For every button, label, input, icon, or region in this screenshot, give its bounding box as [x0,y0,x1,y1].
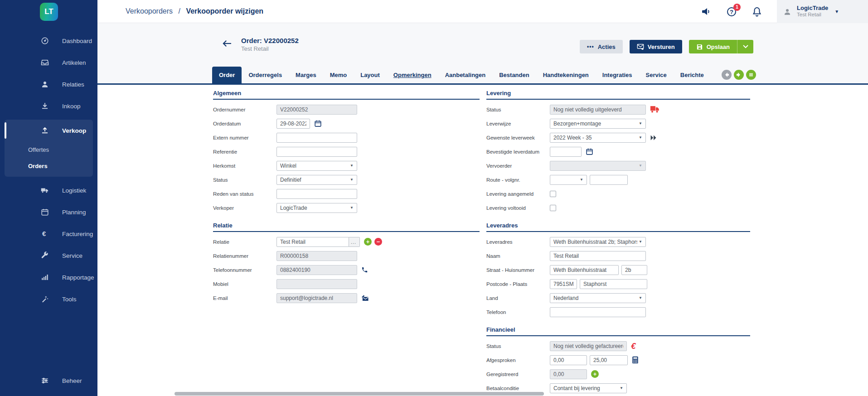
sidebar-item-verkoop[interactable]: Verkoop [5,120,93,141]
referentie-input[interactable] [276,147,357,157]
field-label: Herkomst [213,163,276,169]
reden-van-status-input[interactable] [276,189,357,199]
help-icon[interactable]: ? 1 [726,6,737,17]
orderdatum-input[interactable] [276,119,310,129]
tab-marges[interactable]: Marges [289,67,323,83]
volgnr-input[interactable] [590,175,628,185]
chevron-down-icon: ▼ [580,178,583,182]
field-row-herkomst: Herkomst Winkel▼ [213,159,480,173]
sidebar-item-label: Verkoop [62,127,86,134]
sidebar-item-artikelen[interactable]: Artikelen [0,52,97,73]
tab-handtekeningen[interactable]: Handtekeningen [536,67,596,83]
verkoper-select[interactable]: LogicTrade▼ [276,203,357,213]
megaphone-icon[interactable] [701,6,712,17]
herkomst-select[interactable]: Winkel▼ [276,161,357,171]
sidebar-subitem-orders[interactable]: Orders [5,158,93,174]
sidebar-item-dashboard[interactable]: Dashboard [0,30,97,52]
section-title: Relatie [213,222,480,232]
calculator-icon[interactable] [632,356,639,364]
user-name: LogicTrade [797,5,828,12]
route-select[interactable]: ▼ [550,175,587,185]
logo-wrap: LT [0,0,97,24]
chevron-down-icon [743,45,748,48]
tabs-scroll-left-button[interactable] [722,70,732,80]
tab-berichten[interactable]: Berichte [674,67,711,83]
calendar-icon[interactable] [314,120,322,127]
financieel-status-input [550,341,627,351]
opslaan-dropdown-button[interactable] [737,40,753,53]
tab-aanbetalingen[interactable]: Aanbetalingen [438,67,493,83]
acties-button[interactable]: ••• Acties [580,40,623,53]
gewenste-leverweek-select[interactable]: 2022 Week - 35▼ [550,133,646,143]
bevestigde-leverdatum-input[interactable] [550,147,582,157]
back-arrow-icon[interactable] [222,39,232,48]
sidebar-item-service[interactable]: Service [0,245,97,266]
tab-layout[interactable]: Layout [354,67,387,83]
tab-order[interactable]: Order [212,67,242,83]
add-betaling-button[interactable]: + [591,370,599,378]
naam-input[interactable] [550,251,646,261]
extern-nummer-input[interactable] [276,133,357,143]
field-label: Levering voltooid [486,205,550,211]
tab-memo[interactable]: Memo [323,67,354,83]
user-menu[interactable]: LogicTrade Test Retail ▼ [777,0,868,23]
app-logo[interactable]: LT [40,3,58,21]
remove-relatie-button[interactable]: − [374,238,382,246]
tab-service[interactable]: Service [639,67,674,83]
huisnummer-input[interactable] [621,265,647,275]
levering-aangemeld-checkbox[interactable] [550,191,556,197]
tab-orderregels[interactable]: Orderregels [242,67,289,83]
afgesproken-bedrag-input[interactable] [550,355,587,365]
sidebar-item-planning[interactable]: Planning [0,201,97,223]
menu-icon [748,72,754,77]
section-financieel: Financieel Status € Afgesproken Geregist… [486,326,750,395]
sidebar-item-beheer[interactable]: Beheer [0,370,97,391]
fast-forward-icon[interactable] [650,135,657,141]
straat-input[interactable] [550,265,619,275]
sidebar-item-rapportage[interactable]: Rapportage [0,266,97,288]
opslaan-button[interactable]: Opslaan [689,40,737,53]
add-relatie-button[interactable]: + [364,238,372,246]
postcode-input[interactable] [550,279,577,289]
sidebar-item-label: Service [62,252,82,259]
section-levering: Levering Status Leverwijze Bezorgen+mont… [486,90,750,215]
breadcrumb-parent[interactable]: Verkooporders [126,7,173,15]
page-header-band: Order: V22000252 Test Retail ••• Acties … [97,23,868,85]
land-select[interactable]: Nederland▼ [550,293,646,303]
sidebar-subitem-label: Offertes [28,146,49,153]
tabs-list-button[interactable] [746,70,756,80]
sidebar-subitem-offertes[interactable]: Offertes [5,141,93,158]
send-email-icon[interactable] [361,295,369,301]
plaats-input[interactable] [580,279,647,289]
horizontal-scrollbar[interactable] [175,392,544,396]
afgesproken-percentage-input[interactable] [590,355,628,365]
telefoon-input[interactable] [550,307,646,317]
versturen-button[interactable]: Versturen [630,40,682,53]
relatie-browse-button[interactable]: ... [349,237,360,247]
tab-bestanden[interactable]: Bestanden [492,67,536,83]
sidebar-item-label: Facturering [62,231,93,237]
tab-opmerkingen[interactable]: Opmerkingen [387,67,438,83]
field-row-levering-aangemeld: Levering aangemeld [486,187,750,201]
tab-integraties[interactable]: Integraties [596,67,639,83]
sidebar-item-inkoop[interactable]: Inkoop [0,95,97,117]
sidebar-item-facturering[interactable]: € Facturering [0,223,97,245]
status-select[interactable]: Definitief▼ [276,175,357,185]
field-label: Levering aangemeld [486,191,550,197]
levering-voltooid-checkbox[interactable] [550,205,556,211]
bell-icon[interactable] [752,6,762,17]
logo-text: LT [44,7,53,16]
tabs-scroll-right-button[interactable] [734,70,744,80]
betaalconditie-select[interactable]: Contant bij levering▼ [550,383,627,393]
tab-label: Orderregels [248,72,282,78]
tab-bar: Order Orderregels Marges Memo Layout Opm… [212,67,868,83]
phone-icon[interactable] [361,266,368,273]
tab-label: Berichte [680,72,704,78]
leveradres-select[interactable]: Weth Buitenhuisstraat 2b; Staphorst▼ [550,237,646,247]
calendar-icon[interactable] [586,148,593,155]
relatie-input[interactable] [276,237,349,247]
sidebar-item-logistiek[interactable]: Logistiek [0,179,97,201]
sidebar-item-tools[interactable]: Tools [0,288,97,310]
leverwijze-select[interactable]: Bezorgen+montage▼ [550,119,646,129]
sidebar-item-relaties[interactable]: Relaties [0,73,97,95]
